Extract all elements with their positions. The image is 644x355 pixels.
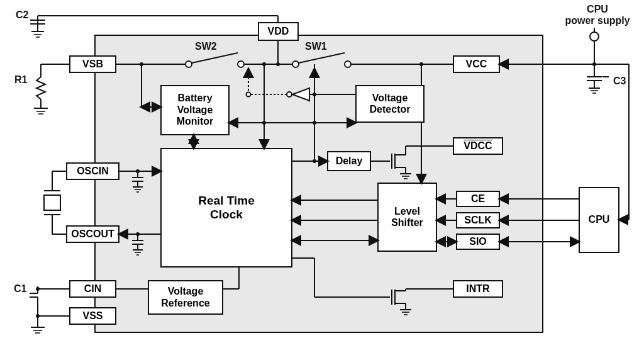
block-diagram: VDD VSB VCC VDCC CE SCLK SIO INTR OSCIN … xyxy=(0,0,644,355)
pin-oscout: OSCOUT xyxy=(66,225,119,243)
block-level-shifter: Level Shifter xyxy=(377,183,437,252)
label-sw1: SW1 xyxy=(305,41,327,52)
label-sw2: SW2 xyxy=(195,41,217,52)
svg-point-116 xyxy=(36,287,40,291)
svg-rect-114 xyxy=(44,195,60,210)
pin-vcc: VCC xyxy=(453,55,500,73)
label-c1: C1 xyxy=(14,283,26,295)
label-cpu-power-supply: CPU power supply xyxy=(560,4,635,26)
pin-vss: VSS xyxy=(69,307,116,325)
block-cpu: CPU xyxy=(579,187,619,253)
pin-intr: INTR xyxy=(453,280,503,298)
pin-oscin: OSCIN xyxy=(66,162,119,180)
svg-point-69 xyxy=(592,62,596,66)
label-r1: R1 xyxy=(14,74,27,86)
pin-sclk: SCLK xyxy=(456,212,500,228)
label-c3: C3 xyxy=(613,76,626,87)
pin-vsb: VSB xyxy=(69,55,116,73)
pin-ce: CE xyxy=(456,191,500,207)
block-rtc: Real Time Clock xyxy=(160,148,292,268)
block-delay: Delay xyxy=(327,151,371,171)
pin-vdd: VDD xyxy=(258,22,299,41)
pin-vdcc-label: VDCC xyxy=(464,140,492,152)
block-voltage-detector: Voltage Detector xyxy=(355,85,425,123)
pin-sio: SIO xyxy=(456,234,500,250)
block-voltage-reference: Voltage Reference xyxy=(148,280,223,315)
svg-point-121 xyxy=(36,314,40,318)
pin-cin: CIN xyxy=(69,280,116,298)
pin-vdcc: VDCC xyxy=(453,137,503,155)
block-battery-voltage-monitor: Battery Voltage Monitor xyxy=(160,85,230,135)
svg-point-71 xyxy=(590,32,599,41)
label-c2: C2 xyxy=(16,9,28,21)
